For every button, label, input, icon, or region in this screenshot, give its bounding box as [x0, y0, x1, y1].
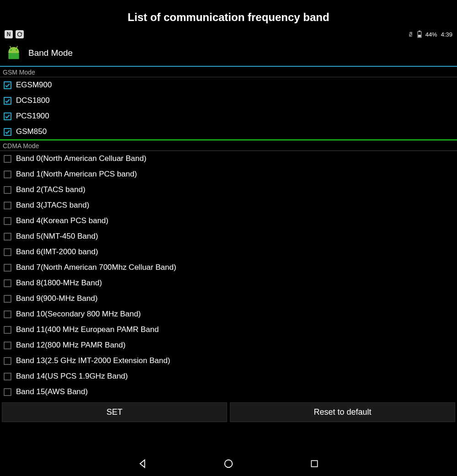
- section-header: GSM Mode: [0, 67, 457, 77]
- checkbox-icon[interactable]: [4, 388, 11, 396]
- band-list-item[interactable]: Band 10(Secondary 800 MHz Band): [0, 306, 457, 322]
- band-label: Band 1(North American PCS band): [16, 170, 137, 179]
- back-icon[interactable]: [136, 457, 149, 470]
- band-label: Band 13(2.5 GHz IMT-2000 Extension Band): [16, 356, 170, 365]
- checkbox-icon[interactable]: [4, 186, 11, 194]
- svg-line-6: [16, 46, 18, 48]
- app-bar-title: Band Mode: [28, 48, 73, 58]
- reset-button[interactable]: Reset to default: [230, 402, 455, 422]
- checkbox-icon[interactable]: [4, 217, 11, 225]
- checkbox-icon[interactable]: [4, 233, 11, 241]
- band-label: Band 2(TACS band): [16, 185, 85, 194]
- band-label: Band 14(US PCS 1.9GHz Band): [16, 372, 128, 381]
- checkbox-icon[interactable]: [4, 171, 11, 178]
- band-label: Band 11(400 MHz European PAMR Band: [16, 325, 159, 334]
- clock: 4:39: [441, 31, 452, 38]
- band-label: GSM850: [16, 127, 47, 136]
- band-list-item[interactable]: Band 8(1800-MHz Band): [0, 275, 457, 291]
- band-list-item[interactable]: Band 13(2.5 GHz IMT-2000 Extension Band): [0, 353, 457, 369]
- band-list-item[interactable]: Band 2(TACS band): [0, 182, 457, 198]
- page-title: List of communication frequency band: [0, 0, 457, 30]
- navigation-bar: [0, 450, 457, 476]
- band-label: Band 0(North American Celluar Band): [16, 154, 146, 163]
- svg-point-8: [225, 460, 233, 467]
- band-label: EGSM900: [16, 80, 52, 90]
- band-list-item[interactable]: GSM850: [0, 124, 457, 139]
- section-header: CDMA Mode: [0, 140, 457, 151]
- band-label: Band 7(North American 700Mhz Celluar Ban…: [16, 263, 176, 272]
- checkbox-icon[interactable]: [4, 97, 11, 105]
- band-list-item[interactable]: Band 11(400 MHz European PAMR Band: [0, 322, 457, 337]
- svg-rect-9: [311, 460, 317, 466]
- home-icon[interactable]: [222, 457, 235, 470]
- band-list-item[interactable]: Band 5(NMT-450 Band): [0, 229, 457, 244]
- checkbox-icon[interactable]: [4, 357, 11, 365]
- band-list-item[interactable]: Band 6(IMT-2000 band): [0, 244, 457, 260]
- band-label: Band 10(Secondary 800 MHz Band): [16, 310, 141, 319]
- band-list-item[interactable]: Band 12(800 MHz PAMR Band): [0, 337, 457, 353]
- letter-n-icon: N: [5, 30, 13, 38]
- band-list-item[interactable]: Band 3(JTACS band): [0, 198, 457, 213]
- button-row: SET Reset to default: [0, 402, 457, 422]
- overview-icon[interactable]: [308, 457, 321, 470]
- svg-rect-1: [419, 31, 420, 32]
- no-sim-icon: [407, 31, 414, 37]
- band-label: Band 5(NMT-450 Band): [16, 232, 98, 241]
- band-list-item[interactable]: Band 9(900-MHz Band): [0, 291, 457, 306]
- battery-percent: 44%: [425, 31, 437, 38]
- band-list-item[interactable]: Band 0(North American Celluar Band): [0, 151, 457, 166]
- checkbox-icon[interactable]: [4, 81, 11, 89]
- app-bar: Band Mode: [0, 40, 457, 66]
- band-list-item[interactable]: PCS1900: [0, 108, 457, 124]
- svg-point-4: [16, 49, 17, 51]
- checkbox-icon[interactable]: [4, 279, 11, 287]
- band-list-item[interactable]: EGSM900: [0, 77, 457, 93]
- status-bar: N 44% 4:39: [0, 30, 457, 40]
- battery-icon: [417, 31, 422, 38]
- band-label: Band 15(AWS Band): [16, 387, 88, 396]
- checkbox-icon[interactable]: [4, 112, 11, 120]
- checkbox-icon[interactable]: [4, 295, 11, 303]
- status-left-icons: N: [5, 30, 24, 38]
- set-button[interactable]: SET: [2, 402, 227, 422]
- band-list-item[interactable]: DCS1800: [0, 93, 457, 108]
- svg-rect-2: [418, 35, 421, 37]
- svg-point-3: [11, 49, 12, 51]
- band-list-item[interactable]: Band 7(North American 700Mhz Celluar Ban…: [0, 260, 457, 275]
- band-list-item[interactable]: Band 14(US PCS 1.9GHz Band): [0, 369, 457, 384]
- band-label: DCS1800: [16, 96, 50, 105]
- band-label: Band 6(IMT-2000 band): [16, 247, 98, 257]
- band-label: Band 8(1800-MHz Band): [16, 278, 102, 288]
- checkbox-icon[interactable]: [4, 155, 11, 163]
- band-label: Band 9(900-MHz Band): [16, 294, 98, 303]
- svg-rect-7: [8, 53, 19, 59]
- svg-line-5: [10, 46, 11, 48]
- checkbox-icon[interactable]: [4, 373, 11, 380]
- checkbox-icon[interactable]: [4, 326, 11, 334]
- band-label: Band 12(800 MHz PAMR Band): [16, 341, 126, 350]
- band-label: Band 4(Korean PCS band): [16, 216, 108, 225]
- android-icon: [5, 45, 23, 61]
- band-label: Band 3(JTACS band): [16, 201, 89, 210]
- checkbox-icon[interactable]: [4, 128, 11, 136]
- band-list-item[interactable]: Band 1(North American PCS band): [0, 166, 457, 182]
- band-label: PCS1900: [16, 112, 49, 121]
- checkbox-icon[interactable]: [4, 202, 11, 209]
- band-list-item[interactable]: Band 4(Korean PCS band): [0, 213, 457, 229]
- checkbox-icon[interactable]: [4, 310, 11, 318]
- band-list-item[interactable]: Band 15(AWS Band): [0, 384, 457, 400]
- checkbox-icon[interactable]: [4, 342, 11, 349]
- checkbox-icon[interactable]: [4, 248, 11, 256]
- checkbox-icon[interactable]: [4, 264, 11, 272]
- refresh-circle-icon: [16, 30, 24, 38]
